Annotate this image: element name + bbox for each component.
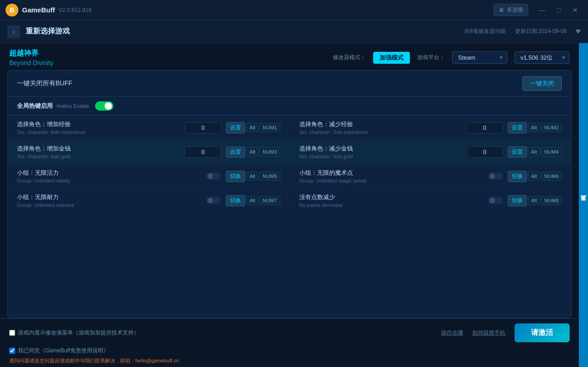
cheat-input-r1[interactable] [466,122,503,133]
key-num-r3: NUM6 [541,172,562,181]
set-button-2[interactable]: 设置 [226,146,245,158]
phone-link[interactable]: 如何链接手机 [472,329,505,337]
show-menu-checkbox-label[interactable]: 游戏内显示修改项菜单（游戏加加提供技术支持） [9,329,139,337]
agreement-row: 我已同意《GameBuff免责使用说明》 [0,347,579,357]
main-container: 超越神界 Beyond Divinity 修改器模式： 加强模式 游戏平台： S… [0,43,588,367]
cheat-left-3: 小组：无限活力 Group: Unlimited vitality 切换 Alt… [8,169,290,184]
content-area: 超越神界 Beyond Divinity 修改器模式： 加强模式 游戏平台： S… [0,43,579,367]
agreement-text: 我已同意《GameBuff免责使用说明》 [18,347,109,355]
cheat-right-4: 没有点数减少 No points decrease 切换 Alt NUM8 [290,193,571,208]
key-alt-3: Alt [246,172,258,181]
cheat-input-2[interactable] [185,146,221,158]
cheat-info-3: 小组：无限活力 Group: Unlimited vitality [17,169,202,184]
hotkey-toggle[interactable] [95,101,113,111]
cheat-right-1: 选择角色：减少经验 Sel. character: Sub experience… [290,120,571,135]
key-alt-2: Alt [246,147,258,156]
cheat-left-2: 选择角色：增加金钱 Sel. character: Add gold 设置 Al… [8,145,290,159]
title-bar: B GameBuff V2.0.812.819 🖥 未连接 — □ ✕ [0,0,588,20]
update-date: 更新日期:2024-09-06 [515,28,567,35]
header-right: 共8项修改器功能 更新日期:2024-09-06 ♥ [464,27,581,36]
cheat-info-4: 小组：无限耐力 Group: Unlimited stamina [17,193,202,208]
show-menu-label: 游戏内显示修改项菜单（游戏加加提供技术支持） [18,329,139,337]
hotkey-title: 全局热键启用 [17,102,53,110]
back-button[interactable]: ‹ [7,25,20,38]
back-icon: ‹ [13,28,15,35]
key-num-r2: NUM4 [541,147,562,156]
cheat-right-3: 小组：无限的魔术点 Group: Unlimited magic points … [290,169,571,184]
platform-select-wrapper[interactable]: Steam GOG Epic ▼ [452,51,507,64]
key-alt-r2: Alt [528,147,540,156]
favorite-button[interactable]: ♥ [576,27,581,36]
cheat-name-cn-4: 小组：无限耐力 [17,193,202,201]
toggle-4[interactable] [207,197,221,204]
platform-select[interactable]: Steam GOG Epic [452,51,507,64]
cheat-input-r2[interactable] [466,146,503,158]
cheat-name-en-4: Group: Unlimited stamina [17,202,202,208]
cheat-row-3: 小组：无限活力 Group: Unlimited vitality 切换 Alt… [8,164,571,189]
oneclick-button[interactable]: 一键关闭 [522,76,562,91]
set-button-1[interactable]: 设置 [226,122,245,133]
close-button[interactable]: ✕ [568,4,582,17]
toggle-button-r4[interactable]: 切换 [508,195,527,206]
cheat-name-en-r3: Group: Unlimited magic points [299,178,484,184]
show-menu-checkbox[interactable] [9,330,15,336]
key-num-2: NUM3 [259,147,280,156]
page-title: 重新选择游戏 [26,27,70,36]
toggle-button-3[interactable]: 切换 [226,171,245,182]
toggle-r3[interactable] [488,172,503,180]
toggle-button-4[interactable]: 切换 [226,195,245,206]
cheat-info-1: 选择角色：增加经验 Sel. character: Add experience [17,120,180,135]
agreement-checkbox[interactable] [9,348,15,354]
cheat-name-cn-3: 小组：无限活力 [17,169,202,177]
cheat-row-1: 选择角色：增加经验 Sel. character: Add experience… [8,116,571,140]
cheat-name-en-r1: Sel. character: Sub experience [299,129,462,135]
set-button-r2[interactable]: 设置 [508,146,527,158]
cheat-panel: 一键关闭所有BUFF 一键关闭 全局热键启用 Hotkey Enable 选择角… [7,70,571,318]
cheat-info-r2: 选择角色：减少金钱 Sel. character: Sub gold [299,145,462,159]
key-num-4: NUM7 [259,196,280,205]
version-select[interactable]: v1.506 32位 v1.506 64位 [515,51,570,64]
set-button-r1[interactable]: 设置 [508,122,527,133]
app-version: V2.0.812.819 [59,7,91,13]
bottom-bar: 游戏内显示修改项菜单（游戏加加提供技术支持） 操作步骤 如何链接手机 请激活 [0,318,579,347]
key-alt-r3: Alt [528,172,540,181]
cheat-input-1[interactable] [185,122,221,133]
right-sidebar[interactable]: 游戏工具 [579,43,588,367]
bottom-area: 游戏内显示修改项菜单（游戏加加提供技术支持） 操作步骤 如何链接手机 请激活 我… [0,318,579,367]
steps-link[interactable]: 操作步骤 [441,329,463,337]
version-select-wrapper[interactable]: v1.506 32位 v1.506 64位 ▼ [515,51,570,64]
toggle-r4[interactable] [488,197,503,204]
key-group-3: 切换 Alt NUM5 [226,171,280,182]
cheat-name-cn-r2: 选择角色：减少金钱 [299,145,462,153]
connection-status: 未连接 [507,6,523,14]
cheat-row-2: 选择角色：增加金钱 Sel. character: Add gold 设置 Al… [8,140,571,164]
game-controls: 修改器模式： 加强模式 游戏平台： Steam GOG Epic ▼ v1.50… [333,51,570,64]
cheat-name-cn-r3: 小组：无限的魔术点 [299,169,484,177]
key-num-r4: NUM8 [541,196,562,205]
connection-button[interactable]: 🖥 未连接 [493,4,528,16]
cheat-name-en-3: Group: Unlimited vitality [17,178,202,184]
oneclick-bar: 一键关闭所有BUFF 一键关闭 [8,71,571,97]
minimize-button[interactable]: — [535,4,549,17]
cheat-info-r4: 没有点数减少 No points decrease [299,193,484,208]
toggle-button-r3[interactable]: 切换 [508,171,527,182]
key-group-2: 设置 Alt NUM3 [226,146,280,158]
activate-button[interactable]: 请激活 [515,323,570,342]
key-group-r4: 切换 Alt NUM8 [508,195,562,206]
cheat-name-en-1: Sel. character: Add experience [17,129,180,135]
key-alt-r1: Alt [528,123,540,132]
toggle-3[interactable] [207,172,221,180]
hotkey-section: 全局热键启用 Hotkey Enable [17,101,290,111]
key-group-r1: 设置 Alt NUM2 [508,122,562,133]
oneclick-label: 一键关闭所有BUFF [17,79,73,88]
cheat-name-cn-1: 选择角色：增加经验 [17,120,180,128]
game-info-bar: 超越神界 Beyond Divinity 修改器模式： 加强模式 游戏平台： S… [0,43,579,70]
game-titles: 超越神界 Beyond Divinity [9,49,54,67]
cheat-left-1: 选择角色：增加经验 Sel. character: Add experience… [8,120,290,135]
key-group-r2: 设置 Alt NUM4 [508,146,562,158]
maximize-button[interactable]: □ [551,4,566,17]
app-logo: B [6,4,18,17]
mode-button[interactable]: 加强模式 [373,52,410,64]
features-count: 共8项修改器功能 [464,28,506,35]
platform-label: 游戏平台： [417,54,445,61]
